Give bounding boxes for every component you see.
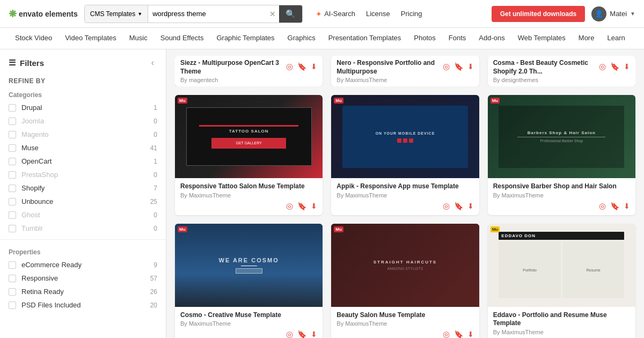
- download-icon[interactable]: ⬇: [624, 202, 630, 210]
- unbounce-checkbox[interactable]: [9, 198, 16, 205]
- nav-fonts[interactable]: Fonts: [442, 28, 473, 49]
- category-tumblr[interactable]: Tumblr 0: [0, 222, 166, 235]
- list-item: Mu TATTOO SALON GET GALLERY: [175, 95, 323, 215]
- get-unlimited-button[interactable]: Get unlimited downloads: [492, 6, 586, 22]
- category-drupal[interactable]: Drupal 1: [0, 101, 166, 114]
- nav-presentation-templates[interactable]: Presentation Templates: [322, 28, 408, 49]
- download-button[interactable]: ⬇: [311, 62, 317, 71]
- bookmark-button[interactable]: 🔖: [454, 62, 463, 71]
- muse-checkbox[interactable]: [9, 144, 16, 152]
- nav-addons[interactable]: Add-ons: [472, 28, 511, 49]
- search-input[interactable]: [148, 10, 266, 18]
- refine-by-label: Refine by: [0, 74, 166, 87]
- preview-button[interactable]: ◎: [599, 62, 606, 71]
- bookmark-icon[interactable]: 🔖: [454, 330, 463, 338]
- logo[interactable]: ❋ envato elements: [9, 8, 78, 20]
- download-icon[interactable]: ⬇: [467, 330, 474, 338]
- shopify-count: 7: [153, 185, 157, 192]
- main-content: ☰ Filters ‹ Refine by Categories Drupal …: [0, 49, 644, 338]
- nav-music[interactable]: Music: [123, 28, 154, 49]
- bookmark-icon[interactable]: 🔖: [297, 330, 306, 338]
- top-partial-row: Siezz - Multipurpose OpenCart 3 Theme By…: [175, 56, 635, 86]
- ghost-checkbox[interactable]: [9, 211, 16, 219]
- card-info: Cosmo - Creative Muse Template By Maximu…: [175, 307, 323, 338]
- main-nav: Stock Video Video Templates Music Sound …: [0, 28, 644, 49]
- preview-icon[interactable]: ◎: [599, 201, 606, 211]
- bookmark-icon[interactable]: 🔖: [454, 202, 463, 210]
- category-unbounce[interactable]: Unbounce 25: [0, 195, 166, 208]
- preview-icon[interactable]: ◎: [286, 201, 293, 211]
- search-type-dropdown[interactable]: CMS Templates ▼: [85, 5, 148, 23]
- preview-icon[interactable]: ◎: [443, 201, 450, 211]
- ecommerce-checkbox[interactable]: [9, 261, 16, 269]
- download-icon[interactable]: ⬇: [311, 202, 317, 210]
- drupal-checkbox[interactable]: [9, 104, 16, 112]
- tumblr-checkbox[interactable]: [9, 225, 16, 232]
- user-area[interactable]: 👤 Matei ▼: [591, 6, 635, 21]
- card-title: Cosmo - Creative Muse Template: [180, 311, 317, 320]
- psd-checkbox[interactable]: [9, 302, 16, 309]
- bookmark-icon[interactable]: 🔖: [610, 202, 619, 210]
- nav-graphics[interactable]: Graphics: [281, 28, 322, 49]
- joomla-checkbox[interactable]: [9, 117, 16, 125]
- download-button[interactable]: ⬇: [467, 62, 474, 71]
- preview-button[interactable]: ◎: [443, 62, 450, 71]
- muse-badge: Mu: [334, 98, 343, 104]
- user-icon-symbol: 👤: [595, 10, 603, 18]
- preview-icon[interactable]: ◎: [286, 329, 293, 338]
- card-thumbnail: Mu WE ARE COSMO: [175, 224, 323, 307]
- nav-web-templates[interactable]: Web Templates: [511, 28, 572, 49]
- prestashop-checkbox[interactable]: [9, 171, 16, 179]
- category-opencart[interactable]: OpenCart 1: [0, 155, 166, 168]
- category-shopify[interactable]: Shopify 7: [0, 181, 166, 195]
- muse-badge: Mu: [178, 98, 187, 104]
- preview-icon[interactable]: ◎: [443, 329, 450, 338]
- opencart-checkbox[interactable]: [9, 158, 16, 165]
- list-item: Siezz - Multipurpose OpenCart 3 Theme By…: [175, 56, 323, 86]
- nav-stock-video[interactable]: Stock Video: [9, 28, 58, 49]
- sidebar-divider: [0, 239, 166, 240]
- nav-learn[interactable]: Learn: [601, 28, 631, 49]
- download-icon[interactable]: ⬇: [467, 202, 474, 210]
- magento-count: 0: [153, 131, 157, 138]
- nav-video-templates[interactable]: Video Templates: [58, 28, 123, 49]
- search-submit-button[interactable]: 🔍: [279, 5, 302, 23]
- download-button[interactable]: ⬇: [624, 62, 630, 71]
- card-title: Beauty Salon Muse Template: [336, 311, 473, 320]
- card-author: By MaximusTheme: [180, 320, 317, 327]
- category-ghost[interactable]: Ghost 0: [0, 208, 166, 222]
- property-retina[interactable]: Retina Ready 26: [0, 285, 166, 298]
- nav-sound-effects[interactable]: Sound Effects: [154, 28, 210, 49]
- tumblr-label: Tumblr: [21, 224, 148, 232]
- retina-checkbox[interactable]: [9, 288, 16, 296]
- ai-search-link[interactable]: ✦ AI-Search: [316, 10, 355, 18]
- pricing-label: Pricing: [401, 10, 422, 18]
- category-joomla[interactable]: Joomla 0: [0, 114, 166, 128]
- nav-more[interactable]: More: [572, 28, 601, 49]
- ghost-label: Ghost: [21, 211, 148, 219]
- card-actions: ◎ 🔖 ⬇: [336, 201, 473, 211]
- responsive-checkbox[interactable]: [9, 275, 16, 282]
- psd-label: PSD Files Included: [21, 301, 145, 309]
- filter-icon: ☰: [9, 58, 16, 68]
- list-item: Mu STRAIGHT HAIRCUTS AMAZING STYLISTS Be…: [331, 224, 479, 338]
- bookmark-button[interactable]: 🔖: [297, 62, 306, 71]
- property-responsive[interactable]: Responsive 57: [0, 271, 166, 285]
- magento-checkbox[interactable]: [9, 131, 16, 138]
- search-clear-button[interactable]: ✕: [266, 10, 279, 18]
- nav-photos[interactable]: Photos: [407, 28, 442, 49]
- shopify-checkbox[interactable]: [9, 185, 16, 192]
- nav-graphic-templates[interactable]: Graphic Templates: [210, 28, 281, 49]
- category-muse[interactable]: Muse 41: [0, 141, 166, 155]
- property-ecommerce[interactable]: eCommerce Ready 9: [0, 258, 166, 271]
- pricing-link[interactable]: Pricing: [401, 10, 422, 18]
- bookmark-icon[interactable]: 🔖: [297, 202, 306, 210]
- property-psd[interactable]: PSD Files Included 20: [0, 298, 166, 312]
- category-magento[interactable]: Magento 0: [0, 128, 166, 141]
- preview-button[interactable]: ◎: [286, 62, 293, 71]
- sidebar-collapse-button[interactable]: ‹: [148, 57, 157, 69]
- download-icon[interactable]: ⬇: [311, 330, 317, 338]
- category-prestashop[interactable]: PrestaShop 0: [0, 168, 166, 181]
- bookmark-button[interactable]: 🔖: [610, 62, 619, 71]
- license-link[interactable]: License: [366, 10, 390, 18]
